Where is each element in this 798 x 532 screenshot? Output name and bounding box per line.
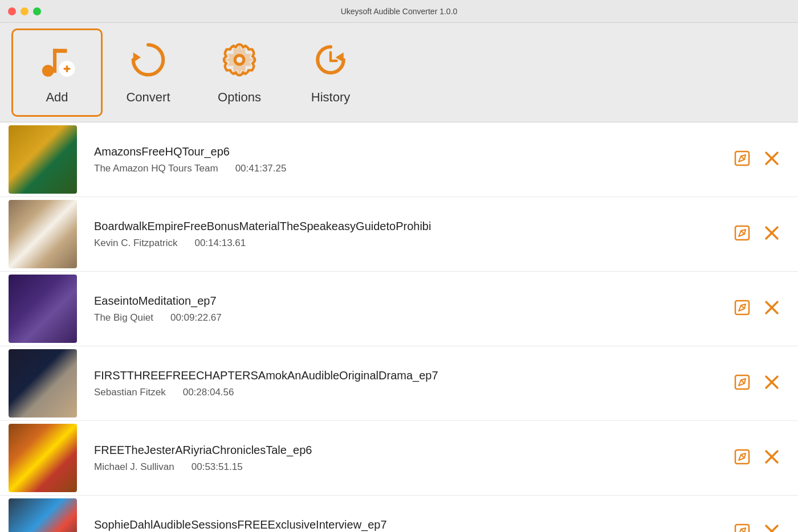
delete-button[interactable] (760, 296, 784, 322)
music-add-icon (37, 40, 77, 85)
thumbnail-image (9, 498, 77, 532)
track-title: AmazonsFreeHQTour_ep6 (94, 145, 705, 158)
svg-rect-2 (53, 49, 67, 53)
add-label: Add (46, 90, 68, 105)
track-item: FIRSTTHREEFREECHAPTERSAmokAnAudibleOrigi… (0, 346, 798, 421)
delete-button[interactable] (760, 445, 784, 472)
track-item: FREETheJesterARiyriaChroniclesTale_ep6 M… (0, 421, 798, 496)
thumbnail-image (9, 349, 77, 418)
track-author: Michael J. Sullivan (94, 461, 174, 473)
close-button[interactable] (8, 7, 16, 15)
track-actions (716, 221, 798, 248)
gear-icon (219, 40, 259, 85)
svg-rect-13 (735, 152, 749, 165)
edit-button[interactable] (730, 221, 754, 248)
track-actions (716, 296, 798, 322)
track-duration: 00:14:13.61 (194, 238, 246, 249)
toolbar: Add Convert Options (0, 23, 798, 122)
delete-button[interactable] (760, 146, 784, 173)
track-meta: Sebastian Fitzek 00:28:04.56 (94, 387, 705, 398)
svg-point-0 (42, 65, 54, 77)
track-actions (716, 146, 798, 173)
history-label: History (311, 90, 350, 105)
thumbnail-image (9, 200, 77, 268)
track-info: AmazonsFreeHQTour_ep6 The Amazon HQ Tour… (83, 137, 716, 183)
track-title: SophieDahlAudibleSessionsFREEExclusiveIn… (94, 518, 705, 531)
svg-point-9 (237, 57, 243, 63)
toolbar-item-history[interactable]: History (285, 28, 376, 117)
svg-rect-5 (66, 66, 68, 72)
track-author: The Big Quiet (94, 312, 153, 324)
toolbar-item-add[interactable]: Add (11, 28, 103, 117)
options-label: Options (218, 90, 261, 105)
track-title: BoardwalkEmpireFreeBonusMaterialTheSpeak… (94, 220, 705, 233)
title-bar: Ukeysoft Audible Converter 1.0.0 (0, 0, 798, 23)
track-meta: Michael J. Sullivan 00:53:51.15 (94, 461, 705, 473)
delete-button[interactable] (760, 519, 784, 533)
track-list: AmazonsFreeHQTour_ep6 The Amazon HQ Tour… (0, 122, 798, 532)
edit-button[interactable] (730, 519, 754, 533)
track-author: Sebastian Fitzek (94, 387, 166, 398)
thumbnail-image (9, 275, 77, 343)
svg-marker-6 (133, 52, 141, 63)
track-info: FIRSTTHREEFREECHAPTERSAmokAnAudibleOrigi… (83, 361, 716, 407)
svg-rect-29 (735, 450, 749, 464)
svg-line-22 (741, 305, 744, 309)
delete-button[interactable] (760, 370, 784, 397)
track-meta: The Amazon HQ Tours Team 00:41:37.25 (94, 163, 705, 174)
minimize-button[interactable] (21, 7, 28, 15)
svg-line-30 (741, 455, 744, 458)
track-actions (716, 445, 798, 472)
track-info: EaseintoMeditation_ep7 The Big Quiet 00:… (83, 286, 716, 332)
track-item: BoardwalkEmpireFreeBonusMaterialTheSpeak… (0, 197, 798, 272)
svg-line-26 (741, 380, 744, 383)
edit-button[interactable] (730, 370, 754, 397)
convert-icon (128, 40, 168, 85)
track-title: EaseintoMeditation_ep7 (94, 294, 705, 308)
edit-button[interactable] (730, 146, 754, 173)
track-duration: 00:41:37.25 (235, 163, 287, 174)
thumbnail-image (9, 125, 77, 194)
track-actions (716, 519, 798, 533)
delete-button[interactable] (760, 221, 784, 248)
track-thumbnail (9, 349, 77, 418)
track-meta: Kevin C. Fitzpatrick 00:14:13.61 (94, 238, 705, 249)
svg-line-14 (741, 156, 744, 159)
track-thumbnail (9, 275, 77, 343)
svg-rect-17 (735, 226, 749, 240)
edit-button[interactable] (730, 445, 754, 472)
track-info: FREETheJesterARiyriaChroniclesTale_ep6 M… (83, 435, 716, 481)
track-duration: 00:09:22.67 (170, 312, 222, 324)
track-title: FIRSTTHREEFREECHAPTERSAmokAnAudibleOrigi… (94, 369, 705, 382)
track-author: The Amazon HQ Tours Team (94, 163, 218, 174)
track-item: AmazonsFreeHQTour_ep6 The Amazon HQ Tour… (0, 122, 798, 197)
track-duration: 00:53:51.15 (192, 461, 243, 473)
maximize-button[interactable] (33, 7, 41, 15)
svg-line-18 (741, 231, 744, 234)
toolbar-item-convert[interactable]: Convert (103, 28, 194, 117)
edit-button[interactable] (730, 296, 754, 322)
track-info: BoardwalkEmpireFreeBonusMaterialTheSpeak… (83, 211, 716, 257)
svg-line-34 (741, 529, 744, 533)
track-info: SophieDahlAudibleSessionsFREEExclusiveIn… (83, 510, 716, 533)
track-duration: 00:28:04.56 (183, 387, 234, 398)
thumbnail-image (9, 424, 77, 492)
window-controls[interactable] (8, 7, 41, 15)
track-thumbnail (9, 424, 77, 492)
track-thumbnail (9, 498, 77, 532)
svg-rect-25 (735, 375, 749, 389)
track-thumbnail (9, 200, 77, 268)
track-meta: The Big Quiet 00:09:22.67 (94, 312, 705, 324)
track-item: EaseintoMeditation_ep7 The Big Quiet 00:… (0, 272, 798, 346)
track-thumbnail (9, 125, 77, 194)
window-title: Ukeysoft Audible Converter 1.0.0 (341, 7, 458, 16)
history-icon (311, 40, 351, 85)
track-author: Kevin C. Fitzpatrick (94, 238, 177, 249)
track-title: FREETheJesterARiyriaChroniclesTale_ep6 (94, 444, 705, 457)
convert-label: Convert (126, 90, 170, 105)
track-item: SophieDahlAudibleSessionsFREEExclusiveIn… (0, 496, 798, 532)
track-actions (716, 370, 798, 397)
toolbar-item-options[interactable]: Options (194, 28, 285, 117)
svg-rect-21 (735, 301, 749, 314)
